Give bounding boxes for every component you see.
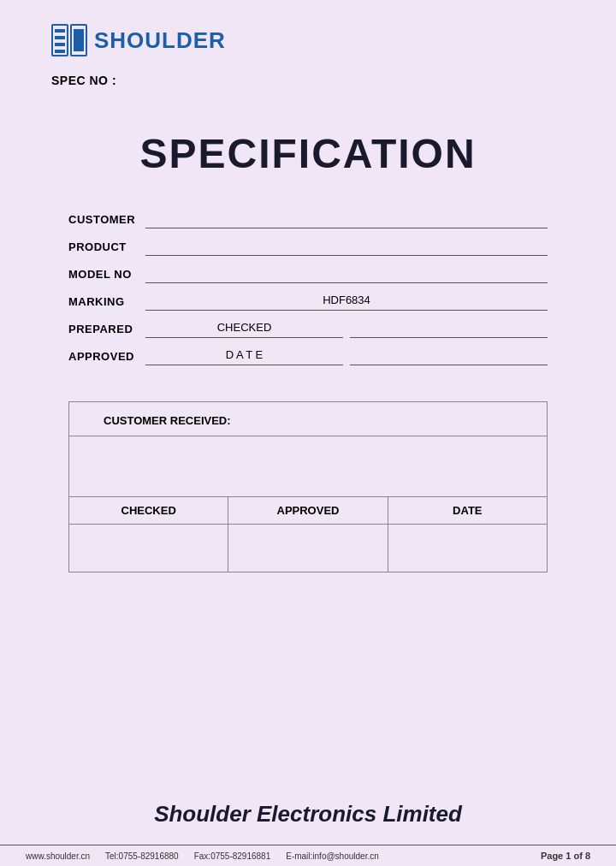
svg-rect-1 (55, 29, 65, 33)
footer-website: www.shoulder.cn (26, 851, 90, 861)
prepared-label: PREPARED (68, 323, 145, 338)
customer-label: CUSTOMER (68, 213, 145, 228)
footer-bar-left: www.shoulder.cn Tel:0755-82916880 Fax:07… (26, 851, 379, 861)
footer-body-row (69, 524, 547, 572)
marking-row: MARKING HDF6834 (68, 294, 548, 311)
footer-tel: Tel:0755-82916880 (105, 851, 179, 861)
approved-label: APPROVED (68, 350, 145, 365)
product-value (145, 239, 548, 256)
main-title-area: SPECIFICATION (0, 130, 616, 177)
model-no-value (145, 266, 548, 283)
product-label: PRODUCT (68, 240, 145, 256)
footer-fax: Fax:0755-82916881 (194, 851, 271, 861)
customer-row: CUSTOMER (68, 211, 548, 228)
model-no-label: MODEL NO (68, 268, 145, 283)
customer-received-footer: CHECKED APPROVED DATE (69, 496, 547, 524)
svg-rect-3 (55, 43, 65, 46)
footer-page: Page 1 of 8 (541, 851, 590, 861)
footer-date-body (388, 525, 547, 572)
marking-label: MARKING (68, 295, 145, 311)
footer-approved-body (228, 525, 388, 572)
customer-value (145, 211, 548, 228)
product-row: PRODUCT (68, 239, 548, 256)
svg-rect-6 (74, 29, 84, 51)
header: SHOULDER SPEC NO : (0, 0, 616, 87)
svg-rect-4 (55, 50, 65, 53)
model-no-row: MODEL NO (68, 266, 548, 283)
logo-icon (51, 24, 87, 56)
info-table: CUSTOMER PRODUCT MODEL NO MARKING HDF683… (0, 211, 616, 376)
svg-rect-2 (55, 36, 65, 39)
approved-row: APPROVED D A T E (68, 348, 548, 365)
footer-email: E-mail:info@shoulder.cn (286, 851, 379, 861)
customer-received-box: CUSTOMER RECEIVED: CHECKED APPROVED DATE (68, 401, 548, 572)
footer-approved-label: APPROVED (228, 497, 388, 524)
approved-value: D A T E (145, 348, 343, 365)
company-name: Shoulder Electronics Limited (0, 801, 616, 827)
customer-received-header: CUSTOMER RECEIVED: (69, 402, 547, 436)
footer-bar: www.shoulder.cn Tel:0755-82916880 Fax:07… (0, 845, 616, 866)
prepared-value: CHECKED (145, 321, 343, 338)
logo: SHOULDER (51, 24, 565, 56)
footer-checked-body (69, 525, 228, 572)
logo-text: SHOULDER (94, 27, 226, 54)
customer-received-body (69, 436, 547, 496)
page: SHOULDER SPEC NO : SPECIFICATION CUSTOME… (0, 0, 616, 866)
main-title: SPECIFICATION (51, 130, 565, 177)
approved-extra (350, 348, 548, 365)
company-name-area: Shoulder Electronics Limited (0, 733, 616, 845)
marking-value: HDF6834 (145, 294, 548, 311)
spec-no-label: SPEC NO : (51, 74, 565, 87)
footer-date-label: DATE (388, 497, 547, 524)
prepared-row: PREPARED CHECKED (68, 321, 548, 338)
footer-checked-label: CHECKED (69, 497, 228, 524)
prepared-extra (350, 321, 548, 338)
